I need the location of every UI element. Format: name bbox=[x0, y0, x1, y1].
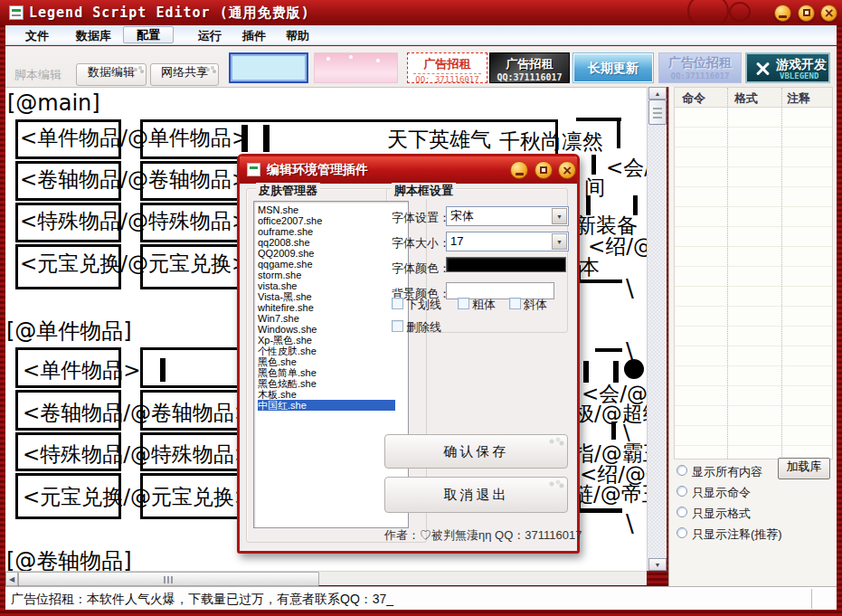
skin-list-item[interactable]: storm.she bbox=[258, 270, 408, 280]
script-section-label: [@卷轴物品] bbox=[6, 549, 132, 571]
skin-list-item[interactable]: MSN.she bbox=[258, 204, 408, 215]
author-credit: 作者：♡被判無淒ηη QQ：371116017 bbox=[384, 527, 582, 544]
script-text: 间 bbox=[584, 175, 605, 199]
flower-decoration-icon bbox=[133, 66, 144, 73]
load-library-button[interactable]: 加载库 bbox=[778, 458, 830, 479]
radio-icon bbox=[676, 507, 687, 517]
chevron-down-icon[interactable]: ▼ bbox=[552, 208, 567, 224]
scroll-up-button[interactable]: ▲ bbox=[648, 87, 667, 100]
maximize-button[interactable] bbox=[798, 5, 815, 22]
skin-list-item[interactable]: 黑色炫酷.she bbox=[258, 378, 408, 389]
skin-list-item[interactable]: qq2008.she bbox=[258, 237, 408, 248]
script-line bbox=[591, 155, 596, 175]
skin-list-item[interactable]: 个性皮肤.she bbox=[258, 346, 408, 356]
minimize-button[interactable] bbox=[774, 5, 791, 22]
script-text: <元宝兑换/@元宝兑换> bbox=[23, 485, 251, 508]
banner-long-term-update[interactable]: 长期更新 bbox=[572, 52, 654, 83]
skin-list-item[interactable]: 黑色.she bbox=[258, 356, 408, 367]
menu-plugin[interactable]: 插件 bbox=[242, 28, 266, 44]
command-table[interactable]: 命令 格式 注释 bbox=[674, 87, 833, 460]
banner-ad-white[interactable]: 广告招租 QQ: 371116017 bbox=[407, 52, 487, 83]
underline-checkbox[interactable] bbox=[392, 298, 403, 309]
tab-script-edit[interactable]: 脚本编辑 bbox=[14, 67, 61, 83]
font-color-swatch[interactable] bbox=[446, 257, 566, 272]
skin-list-item[interactable]: Windows.she bbox=[258, 324, 408, 335]
underline-label: 下划线 bbox=[406, 297, 441, 313]
script-section-label: [@单件物品] bbox=[6, 319, 132, 345]
tab-data-edit[interactable]: 数据编辑 bbox=[76, 63, 147, 86]
close-button[interactable]: × bbox=[820, 5, 837, 22]
scroll-down-button[interactable]: ▼ bbox=[648, 558, 667, 571]
dialog-maximize-button[interactable] bbox=[535, 161, 553, 179]
titlebar-ornament-icon bbox=[687, 0, 729, 25]
font-size-label: 字体大小： bbox=[392, 235, 450, 251]
strikethrough-label: 删除线 bbox=[406, 319, 441, 336]
toolbar: 脚本编辑 数据编辑 网络共享 广告招租 QQ: 371116017 广告招租 Q… bbox=[5, 46, 837, 87]
confirm-save-button[interactable]: 确认保存 bbox=[384, 434, 568, 469]
script-line bbox=[577, 280, 622, 283]
banner-game-dev[interactable]: 游戏开发 VBLEGEND bbox=[745, 52, 830, 83]
strikethrough-checkbox[interactable] bbox=[392, 320, 403, 332]
radio-icon bbox=[676, 465, 687, 476]
skin-list-item[interactable]: whitefire.she bbox=[258, 302, 408, 313]
banner-line2: QQ:371116017 bbox=[490, 72, 569, 82]
tab-network-share[interactable]: 网络共享 bbox=[150, 63, 219, 86]
scrollbar-thumb[interactable] bbox=[648, 100, 667, 125]
banner-ad-black[interactable]: 广告招租 QQ:371116017 bbox=[489, 52, 570, 83]
script-text: <卷轴物品/@卷轴物品> bbox=[23, 401, 251, 424]
script-line bbox=[633, 195, 638, 215]
script-text: <单件物品> bbox=[23, 358, 141, 382]
banner-line2: QQ: 371116017 bbox=[413, 73, 481, 83]
banner-line2: QQ:371116017 bbox=[659, 71, 741, 81]
radio-icon bbox=[676, 486, 687, 497]
menu-database[interactable]: 数据库 bbox=[76, 28, 111, 44]
menu-file[interactable]: 文件 bbox=[25, 28, 49, 44]
skin-list-item[interactable]: Xp-黑色.she bbox=[258, 335, 408, 346]
script-text: 本 bbox=[579, 255, 600, 279]
skin-list-item[interactable]: office2007.she bbox=[258, 215, 408, 226]
bold-checkbox[interactable] bbox=[458, 298, 469, 309]
minimize-icon bbox=[516, 173, 524, 175]
dialog-minimize-button[interactable] bbox=[510, 161, 528, 179]
script-text: <特殊物品/@特殊物品> bbox=[20, 209, 249, 232]
script-text: <元宝兑换/@元宝兑换> bbox=[20, 251, 249, 275]
script-line bbox=[595, 348, 622, 352]
app-window: Legend Script Editor (通用免费版) × 文件 数据库 配置… bbox=[0, 0, 842, 616]
banner-ad-blue[interactable]: 广告位招租 QQ:371116017 bbox=[658, 52, 742, 83]
skin-list-item[interactable]: ouframe.she bbox=[258, 226, 408, 237]
font-color-label: 字体颜色： bbox=[392, 261, 450, 277]
skin-list-item-selected[interactable]: 中国红.she bbox=[258, 400, 395, 411]
menu-config[interactable]: 配置 bbox=[123, 26, 174, 43]
skin-list-item[interactable]: QQ2009.she bbox=[258, 248, 408, 259]
skin-list-item[interactable]: Win7.she bbox=[258, 313, 408, 324]
skin-list-item[interactable]: Vista-黑.she bbox=[258, 291, 408, 302]
scroll-left-button[interactable]: ◀ bbox=[5, 572, 18, 586]
menu-help[interactable]: 帮助 bbox=[286, 28, 309, 44]
font-size-select[interactable]: 17 ▼ bbox=[446, 232, 569, 251]
editor-vertical-scrollbar[interactable]: ▲ ▼ bbox=[647, 87, 667, 571]
radio-label: 只显示注释(推荐) bbox=[692, 526, 782, 543]
menu-run[interactable]: 运行 bbox=[198, 28, 222, 44]
radio-label: 只显示命令 bbox=[692, 485, 751, 501]
banner-pink[interactable] bbox=[314, 52, 398, 83]
font-select[interactable]: 宋体 ▼ bbox=[446, 206, 569, 226]
dialog-icon bbox=[247, 163, 260, 176]
dialog-close-button[interactable]: × bbox=[558, 161, 576, 179]
flower-decoration-icon bbox=[548, 437, 564, 446]
banner-empty-cyan[interactable] bbox=[229, 52, 308, 83]
button-label: 取消退出 bbox=[444, 487, 509, 502]
skin-list-item[interactable]: vista.she bbox=[258, 280, 408, 291]
skin-list-item[interactable]: 黑色简单.she bbox=[258, 367, 408, 378]
column-header-command: 命令 bbox=[682, 90, 705, 107]
skin-list-item[interactable]: qqgame.she bbox=[258, 259, 408, 270]
editor-horizontal-scrollbar[interactable]: ◀ bbox=[5, 571, 647, 585]
script-text: \ bbox=[626, 276, 634, 303]
skin-list-item[interactable]: 木板.she bbox=[258, 389, 408, 400]
italic-checkbox[interactable] bbox=[509, 298, 521, 309]
scrollbar-thumb[interactable] bbox=[18, 572, 319, 586]
sparkle-icon bbox=[315, 53, 397, 82]
chevron-down-icon[interactable]: ▼ bbox=[552, 233, 567, 250]
cancel-exit-button[interactable]: 取消退出 bbox=[384, 477, 568, 513]
script-line bbox=[576, 118, 621, 121]
maximize-icon bbox=[803, 9, 810, 16]
